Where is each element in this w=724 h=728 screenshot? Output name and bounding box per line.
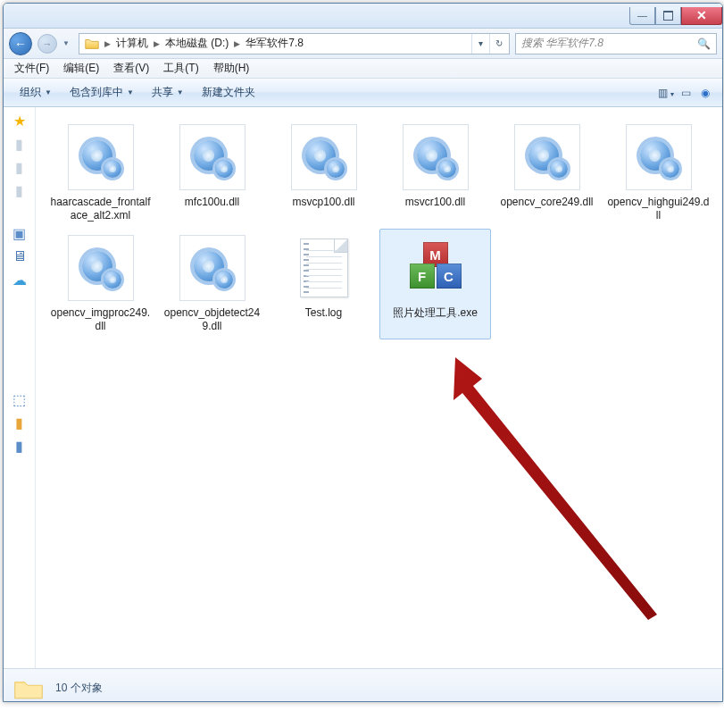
share-button[interactable]: 共享▼ [143, 85, 193, 100]
window-controls: — ✕ [629, 7, 722, 25]
navigation-row: ← → ▼ ▶ 计算机 ▶ 本地磁盘 (D:) ▶ 华军软件7.8 ▾ ↻ 搜索… [4, 29, 722, 59]
nav-history-dropdown[interactable]: ▼ [62, 39, 73, 47]
file-thumbnail [179, 124, 245, 190]
file-item[interactable]: opencv_highgui249.dll [603, 118, 714, 229]
view-options-button[interactable]: ▥ ▾ [656, 87, 676, 99]
file-list-pane[interactable]: haarcascade_frontalface_alt2.xmlmfc100u.… [36, 107, 722, 668]
file-name-label: haarcascade_frontalface_alt2.xml [49, 196, 152, 222]
file-name-label: msvcr100.dll [405, 196, 465, 209]
file-thumbnail [291, 124, 357, 190]
file-item[interactable]: MFC照片处理工具.exe [379, 229, 491, 339]
sidebar-item-icon[interactable]: ▮ [11, 182, 29, 198]
file-thumbnail: MFC [403, 235, 469, 301]
file-name-label: mfc100u.dll [185, 196, 239, 209]
gear-icon [415, 137, 456, 178]
textfile-icon [300, 238, 348, 297]
file-item[interactable]: opencv_objdetect249.dll [156, 229, 268, 339]
search-icon[interactable]: 🔍 [697, 38, 711, 50]
breadcrumb-separator[interactable]: ▶ [152, 39, 162, 48]
sidebar-item-icon[interactable]: ▮ [11, 438, 29, 454]
new-folder-button[interactable]: 新建文件夹 [193, 85, 264, 100]
menu-bar: 文件(F) 编辑(E) 查看(V) 工具(T) 帮助(H) [4, 59, 722, 79]
close-button[interactable]: ✕ [681, 7, 722, 25]
explorer-window: — ✕ ← → ▼ ▶ 计算机 ▶ 本地磁盘 (D:) ▶ 华军软件7.8 ▾ … [3, 3, 723, 702]
file-item[interactable]: haarcascade_frontalface_alt2.xml [45, 118, 156, 229]
address-bar[interactable]: ▶ 计算机 ▶ 本地磁盘 (D:) ▶ 华军软件7.8 ▾ ↻ [79, 33, 510, 54]
file-item[interactable]: opencv_imgproc249.dll [45, 229, 156, 339]
sidebar-item-icon[interactable]: ▮ [11, 159, 29, 175]
file-item[interactable]: Test.log [268, 229, 379, 339]
network-icon[interactable]: ⬚ [11, 391, 29, 407]
breadcrumb-drive[interactable]: 本地磁盘 (D:) [162, 36, 232, 51]
file-thumbnail [68, 124, 134, 190]
address-dropdown[interactable]: ▾ [471, 34, 489, 54]
gear-icon [527, 137, 568, 178]
breadcrumb-computer[interactable]: 计算机 [112, 36, 152, 51]
file-name-label: opencv_highgui249.dll [607, 196, 710, 222]
file-name-label: msvcp100.dll [292, 196, 354, 209]
cloud-icon[interactable]: ☁ [11, 272, 29, 288]
gear-icon [80, 137, 121, 178]
files-grid: haarcascade_frontalface_alt2.xmlmfc100u.… [45, 118, 722, 339]
breadcrumb-separator[interactable]: ▶ [232, 39, 242, 48]
maximize-button[interactable] [655, 7, 681, 25]
file-name-label: opencv_core249.dll [500, 196, 593, 209]
sidebar-item-icon[interactable]: ▮ [11, 414, 29, 431]
navigation-pane[interactable]: ★ ▮ ▮ ▮ ▣ 🖥 ☁ ⬚ ▮ ▮ [4, 107, 36, 668]
gear-icon [192, 137, 233, 178]
gear-icon [192, 247, 233, 289]
file-thumbnail [514, 124, 580, 190]
file-thumbnail [626, 124, 692, 190]
menu-edit[interactable]: 编辑(E) [56, 61, 106, 76]
menu-help[interactable]: 帮助(H) [206, 61, 257, 76]
help-button[interactable]: ◉ [695, 87, 715, 99]
annotation-arrow [429, 348, 678, 634]
preview-pane-button[interactable]: ▭ [676, 87, 695, 99]
search-box[interactable]: 搜索 华军软件7.8 🔍 [515, 33, 717, 54]
menu-file[interactable]: 文件(F) [7, 61, 56, 76]
status-bar: 10 个对象 [4, 668, 722, 702]
favorites-icon[interactable]: ★ [11, 113, 29, 129]
menu-view[interactable]: 查看(V) [106, 61, 156, 76]
command-bar: 组织▼ 包含到库中▼ 共享▼ 新建文件夹 ▥ ▾ ▭ ◉ [4, 79, 722, 107]
file-name-label: opencv_objdetect249.dll [161, 306, 263, 333]
folder-icon [84, 36, 100, 52]
file-thumbnail [291, 235, 357, 301]
breadcrumb-separator[interactable]: ▶ [103, 39, 112, 48]
gear-icon [80, 247, 121, 289]
file-name-label: 照片处理工具.exe [393, 306, 478, 320]
file-name-label: opencv_imgproc249.dll [49, 306, 152, 333]
file-item[interactable]: msvcp100.dll [268, 118, 379, 229]
gear-icon [304, 137, 345, 178]
libraries-icon[interactable]: ▣ [11, 225, 29, 241]
minimize-button[interactable]: — [629, 7, 655, 25]
file-item[interactable]: msvcr100.dll [379, 118, 491, 229]
include-in-library-button[interactable]: 包含到库中▼ [61, 85, 143, 100]
sidebar-item-icon[interactable]: ▮ [11, 136, 29, 152]
status-item-count: 10 个对象 [55, 681, 103, 696]
breadcrumb-folder[interactable]: 华军软件7.8 [242, 36, 307, 51]
menu-tools[interactable]: 工具(T) [156, 61, 205, 76]
search-placeholder: 搜索 华军软件7.8 [521, 36, 603, 51]
back-button[interactable]: ← [9, 32, 32, 55]
computer-icon[interactable]: 🖥 [11, 248, 29, 264]
file-thumbnail [403, 124, 469, 190]
file-item[interactable]: opencv_core249.dll [491, 118, 603, 229]
file-thumbnail [179, 235, 245, 301]
folder-icon [12, 675, 45, 702]
file-thumbnail [68, 235, 134, 301]
titlebar[interactable]: — ✕ [4, 4, 722, 29]
forward-button[interactable]: → [37, 34, 57, 54]
svg-marker-0 [454, 357, 657, 620]
refresh-button[interactable]: ↻ [489, 34, 507, 54]
file-item[interactable]: mfc100u.dll [156, 118, 268, 229]
mfc-app-icon: MFC [408, 242, 463, 294]
organize-button[interactable]: 组织▼ [11, 85, 61, 100]
gear-icon [638, 137, 679, 178]
body-area: ★ ▮ ▮ ▮ ▣ 🖥 ☁ ⬚ ▮ ▮ haarcascade_frontalf… [4, 107, 722, 668]
file-name-label: Test.log [305, 306, 342, 320]
